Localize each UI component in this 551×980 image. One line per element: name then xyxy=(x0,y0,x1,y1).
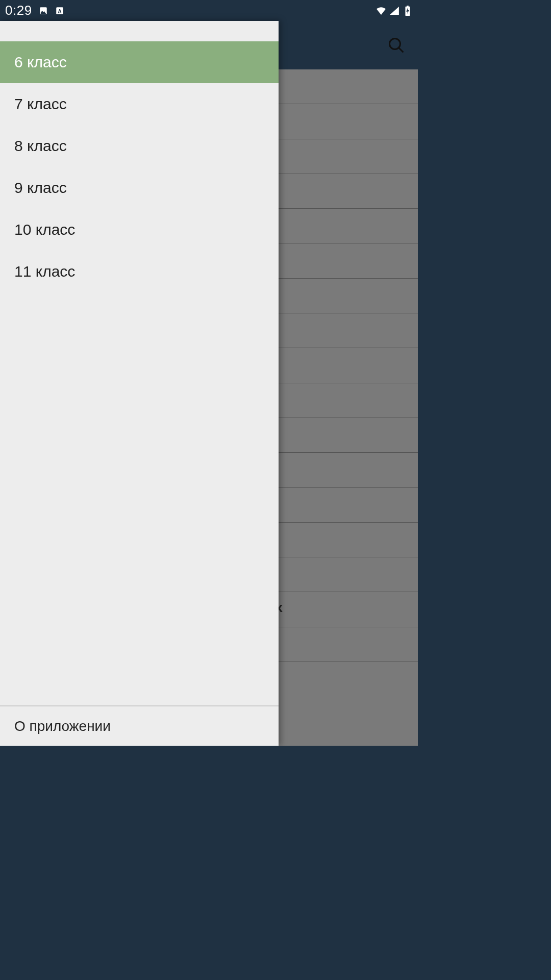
drawer-item-label: 11 класс xyxy=(14,263,75,280)
drawer-spacer xyxy=(0,292,279,705)
drawer-list: 6 класс 7 класс 8 класс 9 класс 10 класс… xyxy=(0,41,279,292)
drawer-item-label: 9 класс xyxy=(14,179,67,197)
drawer-item-class-7[interactable]: 7 класс xyxy=(0,83,279,125)
drawer-footer-label: О приложении xyxy=(14,718,111,734)
drawer-item-class-9[interactable]: 9 класс xyxy=(0,167,279,209)
drawer-header xyxy=(0,21,279,41)
drawer-item-class-8[interactable]: 8 класс xyxy=(0,125,279,167)
drawer-item-label: 8 класс xyxy=(14,137,67,155)
drawer-item-label: 10 класс xyxy=(14,221,75,238)
drawer-item-class-11[interactable]: 11 класс xyxy=(0,251,279,292)
drawer-item-label: 6 класс xyxy=(14,54,67,71)
navigation-drawer: 6 класс 7 класс 8 класс 9 класс 10 класс… xyxy=(0,21,279,746)
drawer-item-label: 7 класс xyxy=(14,95,67,113)
drawer-item-class-10[interactable]: 10 класс xyxy=(0,209,279,251)
drawer-about-item[interactable]: О приложении xyxy=(0,706,279,746)
drawer-item-class-6[interactable]: 6 класс xyxy=(0,41,279,83)
